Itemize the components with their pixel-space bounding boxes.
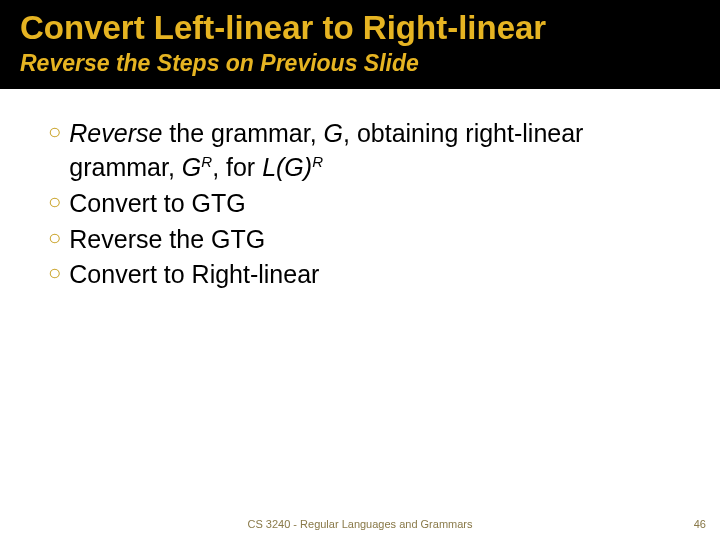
text-fragment: Reverse [69,119,162,147]
bullet-text: Convert to GTG [69,187,245,221]
slide-header: Convert Left-linear to Right-linear Reve… [0,0,720,89]
text-fragment: R [312,153,323,170]
slide-body: ○ Reverse the grammar, G, obtaining righ… [0,89,720,540]
slide-title: Convert Left-linear to Right-linear [20,10,700,46]
text-fragment: L(G) [262,153,312,181]
bullet-icon: ○ [48,223,61,254]
text-fragment: R [201,153,212,170]
footer-note: CS 3240 - Regular Languages and Grammars [247,518,472,530]
bullet-text: Reverse the GTG [69,223,265,257]
text-fragment: , for [212,153,262,181]
bullet-text: Convert to Right-linear [69,258,319,292]
bullet-icon: ○ [48,117,61,148]
text-fragment: G [182,153,201,181]
bullet-icon: ○ [48,187,61,218]
slide: Convert Left-linear to Right-linear Reve… [0,0,720,540]
list-item: ○ Reverse the GTG [48,223,680,257]
list-item: ○ Convert to Right-linear [48,258,680,292]
page-number: 46 [694,518,706,530]
list-item: ○ Convert to GTG [48,187,680,221]
text-fragment: the grammar, [162,119,323,147]
list-item: ○ Reverse the grammar, G, obtaining righ… [48,117,680,185]
bullet-icon: ○ [48,258,61,289]
slide-subtitle: Reverse the Steps on Previous Slide [20,50,700,77]
bullet-text: Reverse the grammar, G, obtaining right-… [69,117,680,185]
slide-footer: CS 3240 - Regular Languages and Grammars [0,518,720,530]
text-fragment: G [324,119,343,147]
